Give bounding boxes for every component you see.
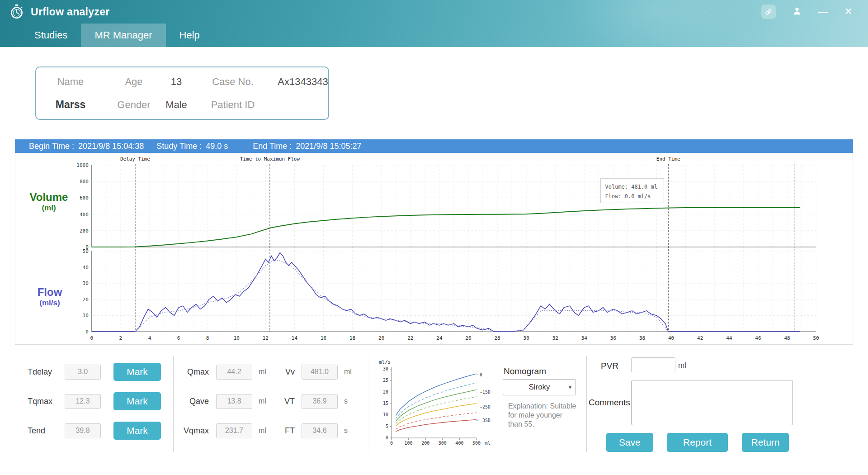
vt-value: 36.9 [302,394,338,409]
svg-text:30: 30 [524,335,529,341]
qave-value: 13.8 [216,394,252,409]
svg-text:600: 600 [80,195,89,201]
svg-text:10: 10 [234,335,240,341]
svg-text:End Time: End Time [656,156,680,162]
qave-label: Qave [167,397,209,406]
tab-help[interactable]: Help [166,24,213,47]
user-icon[interactable] [792,6,802,18]
pvr-label: PVR [601,361,618,371]
svg-text:28: 28 [494,335,500,341]
svg-text:46: 46 [755,335,761,341]
tdelay-label: Tdelay [28,367,65,377]
tqmax-value: 12.3 [65,394,101,409]
nomogram-title: Nomogram [504,366,546,376]
svg-text:-3SD: -3SD [480,418,491,423]
main-nav: Studies MR Manager Help [0,24,868,47]
gender-value: Male [165,99,187,111]
svg-text:24: 24 [436,335,443,341]
tdelay-row: Tdelay 3.0 Mark [28,363,161,381]
svg-text:26: 26 [465,335,471,341]
svg-text:20: 20 [83,297,89,303]
case-no-label: Case No. [212,76,254,88]
end-time-label: End Time : [253,142,292,151]
svg-text:48: 48 [784,335,790,341]
svg-text:50: 50 [813,335,819,341]
nomogram-selected-value: Siroky [528,383,550,392]
svg-text:0: 0 [386,435,388,440]
svg-text:40: 40 [668,335,674,341]
svg-text:38: 38 [639,335,645,341]
qmax-label: Qmax [167,367,209,377]
minimize-button[interactable]: — [818,7,828,17]
patient-card: Name Age 13 Case No. Ax1343343 Marss Gen… [35,66,329,120]
tend-value: 39.8 [65,423,101,438]
svg-text:42: 42 [697,335,703,341]
svg-text:50: 50 [83,248,89,254]
svg-text:400: 400 [455,441,463,446]
begin-time: Begin Time : 2021/9/8 15:04:38 [29,142,144,151]
svg-text:22: 22 [407,335,413,341]
vqmax-value: 231.7 [216,423,252,438]
svg-text:1000: 1000 [76,162,88,168]
titlebar: Urflow analyzer — ✕ [0,0,868,24]
svg-text:Time to Maximun Flow: Time to Maximun Flow [240,156,300,162]
case-no-value: Ax1343343 [278,76,328,88]
patient-id-label: Patient ID [211,99,255,111]
bottom-panel: Tdelay 3.0 Mark Tqmax 12.3 Mark Tend 39.… [0,345,868,475]
qmax-row: Qmax 44.2 ml [167,363,266,381]
tend-mark-button[interactable]: Mark [113,422,161,440]
svg-text:12: 12 [263,335,269,341]
svg-text:0: 0 [85,329,89,335]
svg-text:200: 200 [80,228,89,234]
tqmax-mark-button[interactable]: Mark [113,392,161,410]
tdelay-value: 3.0 [65,365,101,380]
comments-textarea[interactable] [631,380,793,425]
tend-label: Tend [28,426,65,436]
svg-text:10: 10 [383,412,388,417]
vt-label: VT [271,397,295,406]
close-button[interactable]: ✕ [844,7,853,17]
svg-text:14: 14 [292,335,298,341]
save-button[interactable]: Save [606,433,653,452]
tab-studies[interactable]: Studies [21,24,81,47]
svg-text:10: 10 [83,313,89,319]
vqmax-label: Vqmax [167,426,209,436]
begin-time-label: Begin Time : [29,142,74,151]
nomogram-select[interactable]: Siroky ▾ [503,379,576,395]
study-time: Study Time : 49.0 s [156,142,228,151]
svg-text:20: 20 [383,390,388,394]
svg-text:20: 20 [378,335,384,341]
gender-label: Gender [117,99,150,111]
svg-text:300: 300 [439,441,447,446]
svg-text:2: 2 [119,335,123,341]
svg-text:0: 0 [480,372,482,377]
svg-text:800: 800 [80,179,89,185]
ft-value: 34.6 [302,423,338,438]
app-title: Urflow analyzer [31,6,110,18]
svg-text:0: 0 [390,441,393,446]
ft-unit: s [344,427,348,435]
return-button[interactable]: Return [742,433,789,452]
tab-mr-manager[interactable]: MR Manager [81,24,165,47]
tdelay-mark-button[interactable]: Mark [113,363,161,381]
chevron-down-icon: ▾ [569,384,571,390]
ft-row: FT 34.6 s [271,422,348,440]
study-time-label: Study Time : [156,142,202,151]
svg-text:400: 400 [80,212,89,218]
svg-text:15: 15 [383,401,388,406]
svg-text:200: 200 [421,441,429,446]
app-logo-icon [8,3,25,20]
svg-text:0: 0 [90,335,94,341]
svg-text:40: 40 [83,265,89,271]
report-button[interactable]: Report [667,433,728,452]
age-label: Age [125,76,142,88]
svg-text:30: 30 [383,366,388,371]
svg-text:Delay Time: Delay Time [120,156,150,162]
uroflow-chart-panel: 0200400600800100001020304050024681012141… [15,153,853,345]
uroflow-chart[interactable]: 0200400600800100001020304050024681012141… [15,153,853,344]
nomogram-explanation: Explanation: Suitable for male younger t… [508,402,577,429]
titlebar-controls: — ✕ [761,5,860,19]
svg-text:34: 34 [581,335,588,341]
pvr-input[interactable] [631,357,675,372]
link-icon[interactable] [761,5,776,19]
